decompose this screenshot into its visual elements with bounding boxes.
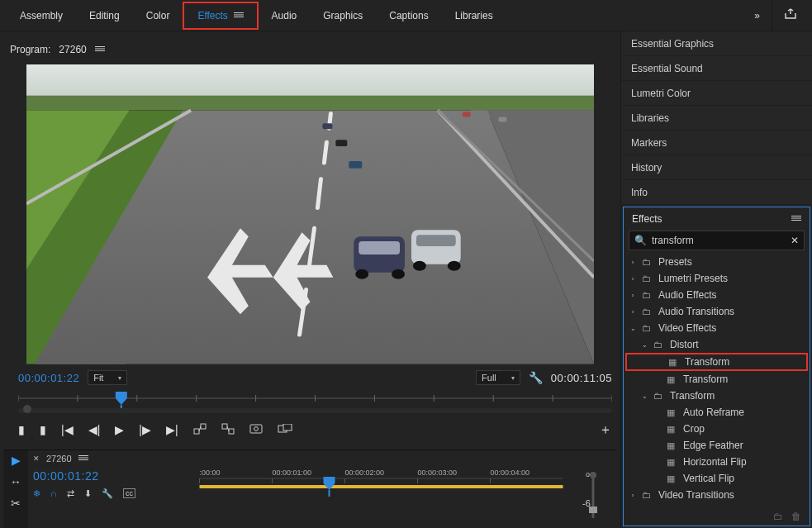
effect-edge-feather[interactable]: ▦Edge Feather xyxy=(625,437,808,454)
comparison-view-icon[interactable] xyxy=(278,423,292,436)
folder-lumetri-presets[interactable]: ›🗀Lumetri Presets xyxy=(625,270,808,287)
svg-rect-18 xyxy=(359,241,400,254)
panel-info[interactable]: Info xyxy=(621,180,812,205)
cc-icon[interactable]: cc xyxy=(123,488,135,498)
svg-rect-0 xyxy=(26,64,594,98)
folder-audio-transitions[interactable]: ›🗀Audio Transitions xyxy=(625,303,808,320)
add-buttons-icon[interactable]: ＋ xyxy=(599,421,612,439)
svg-text:00:00:02:00: 00:00:02:00 xyxy=(345,469,385,477)
effect-horizontal-flip[interactable]: ▦Horizontal Flip xyxy=(625,454,808,470)
folder-presets[interactable]: ›🗀Presets xyxy=(625,254,808,270)
selection-tool-icon[interactable]: ▶ xyxy=(12,454,21,467)
mark-in-icon[interactable]: ▮ xyxy=(18,423,25,436)
folder-video-effects[interactable]: ⌄🗀Video Effects xyxy=(625,320,808,336)
tab-captions[interactable]: Captions xyxy=(376,0,441,31)
timeline-playhead-tc[interactable]: 00:00:01:22 xyxy=(33,469,98,483)
go-to-out-icon[interactable]: ▶| xyxy=(166,423,178,436)
folder-video-transitions[interactable]: ›🗀Video Transitions xyxy=(625,487,808,503)
delete-icon[interactable]: 🗑 xyxy=(791,511,801,522)
resolution-select[interactable]: Full▾ xyxy=(476,370,520,385)
svg-point-24 xyxy=(448,261,461,271)
effect-vertical-flip[interactable]: ▦Vertical Flip xyxy=(625,470,808,487)
lift-icon[interactable] xyxy=(193,423,207,437)
svg-marker-42 xyxy=(116,392,127,405)
export-frame-icon[interactable] xyxy=(249,423,263,436)
tab-editing[interactable]: Editing xyxy=(76,0,133,31)
folder-distort[interactable]: ⌄🗀Distort xyxy=(625,336,808,353)
panel-menu-icon[interactable] xyxy=(78,454,88,464)
magnet-icon[interactable]: ∩ xyxy=(50,488,57,498)
go-to-in-icon[interactable]: |◀ xyxy=(61,423,74,436)
effects-search[interactable]: 🔍 ✕ xyxy=(629,231,805,250)
duration-timecode: 00:00:11:05 xyxy=(551,372,612,384)
effects-panel: Effects 🔍 ✕ ›🗀Presets ›🗀Lumetri Presets … xyxy=(623,207,810,526)
effects-tree: ›🗀Presets ›🗀Lumetri Presets ›🗀Audio Effe… xyxy=(624,254,810,507)
effect-icon: ▦ xyxy=(667,440,678,451)
svg-rect-27 xyxy=(349,161,362,169)
current-timecode[interactable]: 00:00:01:22 xyxy=(18,372,79,384)
mark-out-icon[interactable]: ▮ xyxy=(40,423,46,436)
panel-history[interactable]: History xyxy=(621,155,812,180)
chevron-down-icon: ▾ xyxy=(118,374,121,382)
effect-transform-highlighted[interactable]: ▦Transform xyxy=(625,353,808,371)
clear-search-icon[interactable]: ✕ xyxy=(791,235,799,246)
ripple-tool-icon[interactable]: ↔ xyxy=(10,475,21,488)
zoom-fit-label: Fit xyxy=(93,373,103,383)
timeline-sequence-name[interactable]: 27260 xyxy=(46,454,72,464)
svg-rect-46 xyxy=(201,424,206,429)
effects-panel-title: Effects xyxy=(632,213,662,225)
timeline-panel: ▶ ↔ ✂ ✕ 27260 00:00:01:22 ❄ xyxy=(3,450,617,528)
tab-graphics[interactable]: Graphics xyxy=(310,0,376,31)
folder-icon: 🗀 xyxy=(642,490,653,500)
mini-ruler[interactable] xyxy=(18,392,612,415)
panel-essential-graphics[interactable]: Essential Graphics xyxy=(621,31,812,56)
effect-icon: ▦ xyxy=(667,473,678,484)
tab-effects-label: Effects xyxy=(197,10,227,21)
panel-libraries[interactable]: Libraries xyxy=(621,106,812,131)
effects-panel-footer: 🗀 🗑 xyxy=(624,507,810,526)
marker-icon[interactable]: ⬇ xyxy=(84,488,92,499)
snap-icon[interactable]: ❄ xyxy=(33,488,40,499)
tab-assembly[interactable]: Assembly xyxy=(7,0,76,31)
panel-menu-icon[interactable] xyxy=(95,45,105,55)
razor-tool-icon[interactable]: ✂ xyxy=(11,497,21,510)
svg-rect-1 xyxy=(26,95,594,110)
program-sequence-name: 27260 xyxy=(59,44,86,55)
effect-crop[interactable]: ▦Crop xyxy=(625,421,808,437)
extract-icon[interactable] xyxy=(221,423,235,437)
linked-selection-icon[interactable]: ⇄ xyxy=(67,488,74,499)
chevron-more-icon[interactable]: » xyxy=(746,10,768,21)
panel-lumetri-color[interactable]: Lumetri Color xyxy=(621,81,812,106)
close-icon[interactable]: ✕ xyxy=(33,454,40,463)
timeline-ruler[interactable]: :00:00 00:00:01:00 00:00:02:00 00:00:03:… xyxy=(193,467,569,497)
wrench-icon[interactable]: 🔧 xyxy=(102,488,113,499)
effect-transform[interactable]: ▦Transform xyxy=(625,371,808,388)
wrench-icon[interactable]: 🔧 xyxy=(529,371,543,384)
panel-essential-sound[interactable]: Essential Sound xyxy=(621,56,812,81)
play-icon[interactable]: ▶ xyxy=(115,423,124,436)
effect-auto-reframe[interactable]: ▦Auto Reframe xyxy=(625,404,808,421)
svg-rect-47 xyxy=(222,424,227,429)
timeline-zoom-slider[interactable]: o -6 xyxy=(569,467,617,528)
program-label: Program: xyxy=(10,44,50,55)
program-monitor[interactable] xyxy=(26,64,594,364)
hamburger-icon[interactable] xyxy=(234,11,244,19)
step-back-icon[interactable]: ◀| xyxy=(88,423,101,436)
panel-menu-icon[interactable] xyxy=(791,213,801,225)
export-icon[interactable] xyxy=(776,8,805,22)
svg-point-19 xyxy=(355,269,368,279)
svg-rect-52 xyxy=(283,424,292,430)
new-bin-icon[interactable]: 🗀 xyxy=(773,511,783,522)
tab-libraries[interactable]: Libraries xyxy=(442,0,506,31)
effects-search-input[interactable] xyxy=(652,235,786,246)
panel-markers[interactable]: Markers xyxy=(621,131,812,155)
tab-color[interactable]: Color xyxy=(133,0,183,31)
step-forward-icon[interactable]: |▶ xyxy=(139,423,151,436)
divider xyxy=(772,0,772,31)
folder-icon: 🗀 xyxy=(653,340,665,350)
zoom-fit-select[interactable]: Fit▾ xyxy=(88,370,127,385)
folder-transform[interactable]: ⌄🗀Transform xyxy=(625,388,808,404)
tab-audio[interactable]: Audio xyxy=(259,0,311,31)
tab-effects[interactable]: Effects xyxy=(184,3,256,28)
folder-audio-effects[interactable]: ›🗀Audio Effects xyxy=(625,287,808,303)
